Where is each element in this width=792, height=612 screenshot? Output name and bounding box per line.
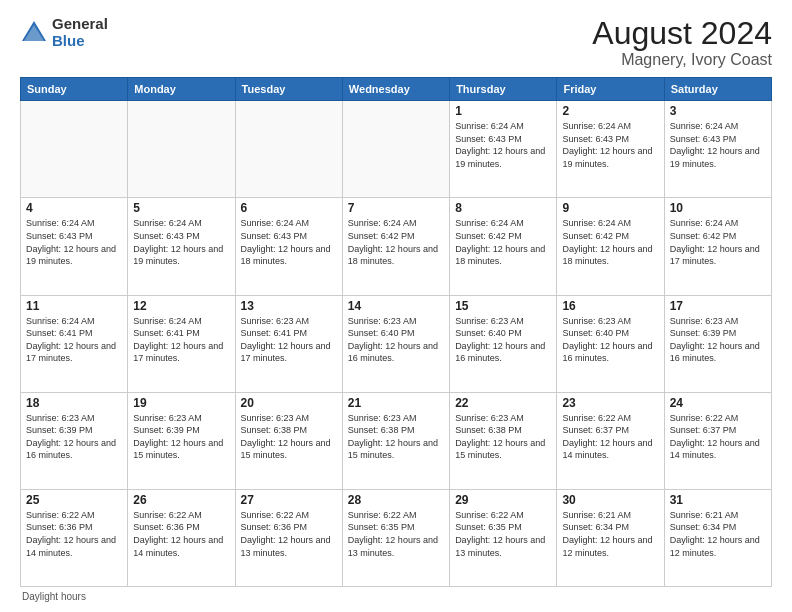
- day-info: Sunrise: 6:22 AM Sunset: 6:36 PM Dayligh…: [133, 509, 229, 559]
- day-info: Sunrise: 6:22 AM Sunset: 6:35 PM Dayligh…: [455, 509, 551, 559]
- day-number: 23: [562, 396, 658, 410]
- day-number: 11: [26, 299, 122, 313]
- day-info: Sunrise: 6:23 AM Sunset: 6:40 PM Dayligh…: [562, 315, 658, 365]
- calendar-cell: 27Sunrise: 6:22 AM Sunset: 6:36 PM Dayli…: [235, 489, 342, 586]
- calendar-week-row-4: 25Sunrise: 6:22 AM Sunset: 6:36 PM Dayli…: [21, 489, 772, 586]
- day-number: 18: [26, 396, 122, 410]
- day-number: 20: [241, 396, 337, 410]
- day-info: Sunrise: 6:24 AM Sunset: 6:43 PM Dayligh…: [133, 217, 229, 267]
- day-info: Sunrise: 6:23 AM Sunset: 6:38 PM Dayligh…: [455, 412, 551, 462]
- day-info: Sunrise: 6:24 AM Sunset: 6:42 PM Dayligh…: [670, 217, 766, 267]
- header-wednesday: Wednesday: [342, 78, 449, 101]
- calendar-week-row-3: 18Sunrise: 6:23 AM Sunset: 6:39 PM Dayli…: [21, 392, 772, 489]
- day-number: 8: [455, 201, 551, 215]
- calendar-cell: 26Sunrise: 6:22 AM Sunset: 6:36 PM Dayli…: [128, 489, 235, 586]
- day-info: Sunrise: 6:22 AM Sunset: 6:37 PM Dayligh…: [670, 412, 766, 462]
- calendar-cell: 10Sunrise: 6:24 AM Sunset: 6:42 PM Dayli…: [664, 198, 771, 295]
- day-info: Sunrise: 6:23 AM Sunset: 6:40 PM Dayligh…: [348, 315, 444, 365]
- calendar-cell: 17Sunrise: 6:23 AM Sunset: 6:39 PM Dayli…: [664, 295, 771, 392]
- day-number: 27: [241, 493, 337, 507]
- main-title: August 2024: [592, 16, 772, 51]
- header: General Blue August 2024 Magnery, Ivory …: [20, 16, 772, 69]
- calendar-cell: 31Sunrise: 6:21 AM Sunset: 6:34 PM Dayli…: [664, 489, 771, 586]
- day-info: Sunrise: 6:23 AM Sunset: 6:38 PM Dayligh…: [241, 412, 337, 462]
- calendar-cell: 25Sunrise: 6:22 AM Sunset: 6:36 PM Dayli…: [21, 489, 128, 586]
- day-info: Sunrise: 6:23 AM Sunset: 6:39 PM Dayligh…: [26, 412, 122, 462]
- day-info: Sunrise: 6:23 AM Sunset: 6:40 PM Dayligh…: [455, 315, 551, 365]
- calendar-cell: 16Sunrise: 6:23 AM Sunset: 6:40 PM Dayli…: [557, 295, 664, 392]
- calendar-table: Sunday Monday Tuesday Wednesday Thursday…: [20, 77, 772, 587]
- calendar-cell: 6Sunrise: 6:24 AM Sunset: 6:43 PM Daylig…: [235, 198, 342, 295]
- day-number: 25: [26, 493, 122, 507]
- day-number: 6: [241, 201, 337, 215]
- calendar-week-row-1: 4Sunrise: 6:24 AM Sunset: 6:43 PM Daylig…: [21, 198, 772, 295]
- calendar-cell: 12Sunrise: 6:24 AM Sunset: 6:41 PM Dayli…: [128, 295, 235, 392]
- header-monday: Monday: [128, 78, 235, 101]
- day-info: Sunrise: 6:24 AM Sunset: 6:43 PM Dayligh…: [455, 120, 551, 170]
- day-number: 13: [241, 299, 337, 313]
- calendar-cell: 7Sunrise: 6:24 AM Sunset: 6:42 PM Daylig…: [342, 198, 449, 295]
- day-info: Sunrise: 6:23 AM Sunset: 6:39 PM Dayligh…: [133, 412, 229, 462]
- calendar-cell: 13Sunrise: 6:23 AM Sunset: 6:41 PM Dayli…: [235, 295, 342, 392]
- calendar-week-row-2: 11Sunrise: 6:24 AM Sunset: 6:41 PM Dayli…: [21, 295, 772, 392]
- calendar-cell: 30Sunrise: 6:21 AM Sunset: 6:34 PM Dayli…: [557, 489, 664, 586]
- calendar-cell: [342, 101, 449, 198]
- calendar-cell: 11Sunrise: 6:24 AM Sunset: 6:41 PM Dayli…: [21, 295, 128, 392]
- day-number: 16: [562, 299, 658, 313]
- calendar-week-row-0: 1Sunrise: 6:24 AM Sunset: 6:43 PM Daylig…: [21, 101, 772, 198]
- day-info: Sunrise: 6:22 AM Sunset: 6:37 PM Dayligh…: [562, 412, 658, 462]
- day-number: 29: [455, 493, 551, 507]
- day-info: Sunrise: 6:24 AM Sunset: 6:43 PM Dayligh…: [241, 217, 337, 267]
- logo-icon: [20, 19, 48, 47]
- calendar-cell: 5Sunrise: 6:24 AM Sunset: 6:43 PM Daylig…: [128, 198, 235, 295]
- logo-general: General: [52, 16, 108, 33]
- subtitle: Magnery, Ivory Coast: [592, 51, 772, 69]
- day-info: Sunrise: 6:21 AM Sunset: 6:34 PM Dayligh…: [670, 509, 766, 559]
- day-number: 5: [133, 201, 229, 215]
- calendar-cell: 14Sunrise: 6:23 AM Sunset: 6:40 PM Dayli…: [342, 295, 449, 392]
- day-number: 12: [133, 299, 229, 313]
- day-number: 19: [133, 396, 229, 410]
- calendar-cell: 29Sunrise: 6:22 AM Sunset: 6:35 PM Dayli…: [450, 489, 557, 586]
- header-thursday: Thursday: [450, 78, 557, 101]
- calendar-cell: 20Sunrise: 6:23 AM Sunset: 6:38 PM Dayli…: [235, 392, 342, 489]
- day-number: 15: [455, 299, 551, 313]
- day-info: Sunrise: 6:23 AM Sunset: 6:39 PM Dayligh…: [670, 315, 766, 365]
- calendar-cell: 15Sunrise: 6:23 AM Sunset: 6:40 PM Dayli…: [450, 295, 557, 392]
- day-info: Sunrise: 6:24 AM Sunset: 6:43 PM Dayligh…: [26, 217, 122, 267]
- calendar-header-row: Sunday Monday Tuesday Wednesday Thursday…: [21, 78, 772, 101]
- day-info: Sunrise: 6:23 AM Sunset: 6:38 PM Dayligh…: [348, 412, 444, 462]
- calendar-cell: [21, 101, 128, 198]
- logo-text: General Blue: [52, 16, 108, 49]
- day-info: Sunrise: 6:24 AM Sunset: 6:41 PM Dayligh…: [26, 315, 122, 365]
- day-number: 17: [670, 299, 766, 313]
- day-number: 21: [348, 396, 444, 410]
- page: General Blue August 2024 Magnery, Ivory …: [0, 0, 792, 612]
- day-number: 4: [26, 201, 122, 215]
- calendar-cell: 19Sunrise: 6:23 AM Sunset: 6:39 PM Dayli…: [128, 392, 235, 489]
- calendar-cell: 9Sunrise: 6:24 AM Sunset: 6:42 PM Daylig…: [557, 198, 664, 295]
- day-number: 30: [562, 493, 658, 507]
- calendar-cell: 2Sunrise: 6:24 AM Sunset: 6:43 PM Daylig…: [557, 101, 664, 198]
- day-number: 2: [562, 104, 658, 118]
- day-info: Sunrise: 6:24 AM Sunset: 6:43 PM Dayligh…: [562, 120, 658, 170]
- calendar-cell: 24Sunrise: 6:22 AM Sunset: 6:37 PM Dayli…: [664, 392, 771, 489]
- day-number: 28: [348, 493, 444, 507]
- logo-blue: Blue: [52, 33, 108, 50]
- day-info: Sunrise: 6:24 AM Sunset: 6:42 PM Dayligh…: [348, 217, 444, 267]
- header-saturday: Saturday: [664, 78, 771, 101]
- day-info: Sunrise: 6:24 AM Sunset: 6:42 PM Dayligh…: [562, 217, 658, 267]
- calendar-cell: 18Sunrise: 6:23 AM Sunset: 6:39 PM Dayli…: [21, 392, 128, 489]
- logo: General Blue: [20, 16, 108, 49]
- header-sunday: Sunday: [21, 78, 128, 101]
- day-number: 10: [670, 201, 766, 215]
- day-info: Sunrise: 6:22 AM Sunset: 6:36 PM Dayligh…: [241, 509, 337, 559]
- day-number: 3: [670, 104, 766, 118]
- calendar-cell: 21Sunrise: 6:23 AM Sunset: 6:38 PM Dayli…: [342, 392, 449, 489]
- day-number: 7: [348, 201, 444, 215]
- day-info: Sunrise: 6:23 AM Sunset: 6:41 PM Dayligh…: [241, 315, 337, 365]
- day-info: Sunrise: 6:22 AM Sunset: 6:36 PM Dayligh…: [26, 509, 122, 559]
- title-block: August 2024 Magnery, Ivory Coast: [592, 16, 772, 69]
- calendar-cell: 22Sunrise: 6:23 AM Sunset: 6:38 PM Dayli…: [450, 392, 557, 489]
- day-number: 31: [670, 493, 766, 507]
